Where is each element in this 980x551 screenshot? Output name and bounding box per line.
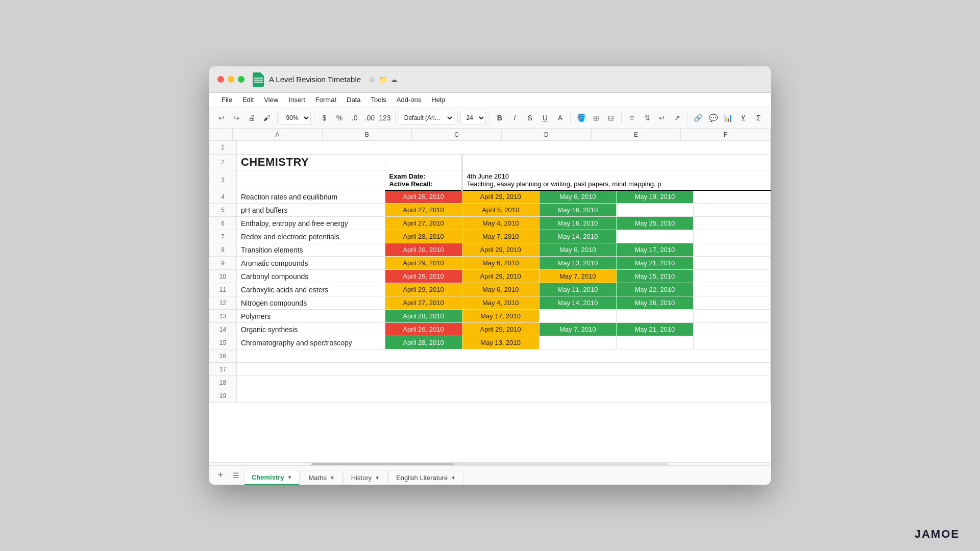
menu-help[interactable]: Help [427, 95, 449, 105]
cell-topic-5[interactable]: pH and buffers [236, 204, 385, 217]
function-button[interactable]: Σ [751, 111, 766, 125]
cell-8f[interactable] [693, 243, 770, 257]
cell-date-4e[interactable]: May 19, 2010 [616, 190, 693, 204]
cell-subject-title[interactable]: CHEMISTRY [236, 154, 385, 170]
cell-12f[interactable] [693, 296, 770, 310]
cell-date-4b[interactable]: April 26, 2010 [385, 190, 462, 204]
cell-6f[interactable] [693, 217, 770, 230]
cell-topic-11[interactable]: Carboxylic acids and esters [236, 283, 385, 296]
cell-date-11c[interactable]: May 6, 2010 [462, 283, 539, 296]
tab-maths-arrow[interactable]: ▼ [330, 475, 335, 481]
cell-10f[interactable] [693, 270, 770, 283]
font-size-select[interactable]: 24 [460, 111, 486, 125]
cell-topic-7[interactable]: Redox and electrode potentials [236, 230, 385, 243]
tab-maths[interactable]: Maths ▼ [301, 470, 342, 485]
scrollbar-thumb[interactable] [311, 463, 454, 465]
cell-1a[interactable] [236, 141, 770, 154]
cell-2b[interactable] [385, 154, 462, 170]
zoom-select[interactable]: 90% [281, 111, 311, 125]
cell-date-14d[interactable]: May 7, 2010 [539, 323, 616, 336]
cell-date-6c[interactable]: May 4, 2010 [462, 217, 539, 230]
fill-color-button[interactable]: 🪣 [574, 111, 588, 125]
cell-topic-10[interactable]: Carbonyl compounds [236, 270, 385, 283]
tab-english-literature[interactable]: English Literature ▼ [388, 470, 463, 485]
cell-topic-12[interactable]: Nitrogen compounds [236, 296, 385, 310]
cell-date-10b[interactable]: April 26, 2010 [385, 270, 462, 283]
maximize-button[interactable] [238, 76, 244, 83]
cell-date-10d[interactable]: May 7, 2010 [539, 270, 616, 283]
menu-view[interactable]: View [260, 95, 282, 105]
menu-format[interactable]: Format [311, 95, 340, 105]
undo-button[interactable]: ↩ [214, 111, 229, 125]
cell-exam-values[interactable]: 4th June 2010 Teaching, essay planning o… [462, 170, 770, 190]
cell-date-5b[interactable]: April 27, 2010 [385, 204, 462, 217]
cell-date-8d[interactable]: May 6, 2010 [539, 243, 616, 257]
cloud-icon[interactable]: ☁ [390, 76, 398, 84]
cell-date-12b[interactable]: April 27, 2010 [385, 296, 462, 310]
close-button[interactable] [217, 76, 224, 83]
comment-button[interactable]: 💬 [706, 111, 720, 125]
cell-11f[interactable] [693, 283, 770, 296]
menu-insert[interactable]: Insert [284, 95, 309, 105]
font-select[interactable]: Default (Ari... [399, 111, 454, 125]
document-title[interactable]: A Level Revision Timetable [269, 75, 361, 84]
underline-button[interactable]: U [538, 111, 552, 125]
cell-3a[interactable] [236, 170, 385, 190]
cell-topic-6[interactable]: Enthalpy, entropy and free energy [236, 217, 385, 230]
print-button[interactable]: 🖨 [244, 111, 259, 125]
cell-date-4c[interactable]: April 29, 2010 [462, 190, 539, 204]
add-sheet-button[interactable]: + [213, 468, 228, 483]
cell-date-7b[interactable]: April 28, 2010 [385, 230, 462, 243]
rotate-button[interactable]: ↗ [670, 111, 684, 125]
cell-date-11b[interactable]: April 29, 2010 [385, 283, 462, 296]
cell-date-4d[interactable]: May 6, 2010 [539, 190, 616, 204]
cell-exam-labels[interactable]: Exam Date: Active Recall: [385, 170, 462, 190]
cell-15d[interactable] [539, 336, 616, 349]
tab-chemistry-arrow[interactable]: ▼ [287, 474, 292, 480]
tab-chemistry[interactable]: Chemistry ▼ [244, 470, 300, 485]
cell-5e[interactable] [616, 204, 693, 217]
cell-date-8b[interactable]: April 26, 2010 [385, 243, 462, 257]
menu-data[interactable]: Data [342, 95, 364, 105]
cell-date-15c[interactable]: May 13, 2010 [462, 336, 539, 349]
cell-date-12c[interactable]: May 4, 2010 [462, 296, 539, 310]
minimize-button[interactable] [228, 76, 234, 83]
cell-topic-9[interactable]: Aromatic compounds [236, 257, 385, 270]
cell-7f[interactable] [693, 230, 770, 243]
currency-button[interactable]: $ [317, 111, 332, 125]
cell-date-9c[interactable]: May 6, 2010 [462, 257, 539, 270]
cell-topic-15[interactable]: Chromatography and spectroscopy [236, 336, 385, 349]
cell-date-9b[interactable]: April 29, 2010 [385, 257, 462, 270]
cell-date-9e[interactable]: May 21, 2010 [616, 257, 693, 270]
bold-button[interactable]: B [493, 111, 507, 125]
decimal-decrease-button[interactable]: .0 [348, 111, 362, 125]
wrap-button[interactable]: ↵ [655, 111, 669, 125]
cell-13e[interactable] [616, 310, 693, 323]
menu-tools[interactable]: Tools [366, 95, 390, 105]
cell-topic-4[interactable]: Reaction rates and equilibrium [236, 190, 385, 204]
cell-date-7d[interactable]: May 14, 2010 [539, 230, 616, 243]
tab-history-arrow[interactable]: ▼ [375, 475, 380, 481]
format-button[interactable]: 123 [378, 111, 392, 125]
cell-date-10c[interactable]: April 29, 2010 [462, 270, 539, 283]
cell-topic-13[interactable]: Polymers [236, 310, 385, 323]
cell-date-6d[interactable]: May 16, 2010 [539, 217, 616, 230]
tab-english-literature-arrow[interactable]: ▼ [451, 475, 456, 481]
cell-date-14c[interactable]: April 29, 2010 [462, 323, 539, 336]
cell-18[interactable] [236, 376, 770, 389]
cell-date-8c[interactable]: April 29, 2010 [462, 243, 539, 257]
cell-date-13b[interactable]: April 28, 2010 [385, 310, 462, 323]
menu-edit[interactable]: Edit [238, 95, 258, 105]
percent-button[interactable]: % [332, 111, 347, 125]
cell-date-5d[interactable]: May 16, 2010 [539, 204, 616, 217]
cell-9f[interactable] [693, 257, 770, 270]
menu-addons[interactable]: Add-ons [393, 95, 425, 105]
cell-topic-8[interactable]: Transition elements [236, 243, 385, 257]
folder-icon[interactable]: 📁 [379, 76, 387, 84]
cell-7e[interactable] [616, 230, 693, 243]
grid-area[interactable]: 1 2 CHEMISTRY 3 Exam Date [209, 141, 771, 462]
borders-button[interactable]: ⊞ [589, 111, 603, 125]
cell-17[interactable] [236, 363, 770, 376]
cell-14f[interactable] [693, 323, 770, 336]
cell-topic-14[interactable]: Organic synthesis [236, 323, 385, 336]
